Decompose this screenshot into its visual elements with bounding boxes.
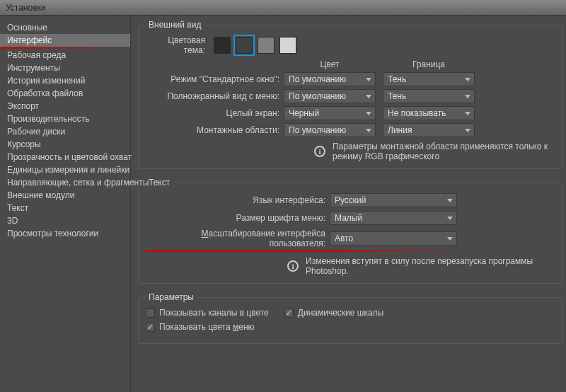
sidebar: Основные Интерфейс Рабочая среда Инструм… [0,16,131,392]
checkbox-label: Показывать каналы в цвете [159,308,269,318]
sidebar-item-export[interactable]: Экспорт [0,100,130,113]
checkbox-label: Динамические шкалы [298,308,383,318]
appearance-info-row: i Параметры монтажной области применяютс… [146,142,555,161]
ui-language-row: Язык интерфейса: Русский [146,193,555,207]
ui-scaling-label: Масштабирование интерфейса пользователя: [146,229,330,248]
appearance-info-text: Параметры монтажной области применяются … [333,142,555,161]
artboards-row: Монтажные области: По умолчанию Линия [146,123,555,137]
menu-font-size-select[interactable]: Малый [330,211,457,225]
params-row-1: Показывать каналы в цвете Динамические ш… [146,308,555,318]
ui-language-label: Язык интерфейса: [146,195,330,205]
color-column-header: Цвет [284,59,376,69]
sidebar-item-interface[interactable]: Интерфейс [0,34,130,47]
fullscreen-menubar-border-select[interactable]: Тень [383,89,475,103]
checkbox-box [146,323,155,332]
ui-scaling-select[interactable]: Авто [330,231,457,246]
sidebar-item-scratch-disks[interactable]: Рабочие диски [0,125,130,138]
text-legend: Текст [146,178,173,188]
color-theme-swatches [214,37,296,54]
standard-screen-color-select[interactable]: По умолчанию [284,72,376,86]
info-icon: i [314,146,325,157]
fullscreen-label: Целый экран: [146,108,284,118]
artboards-border-select[interactable]: Линия [383,123,475,137]
text-group: Текст Язык интерфейса: Русский Размер шр… [138,178,563,284]
fullscreen-row: Целый экран: Черный Не показывать [146,106,555,120]
menu-font-size-row: Размер шрифта меню: Малый [146,211,555,225]
sidebar-item-performance[interactable]: Производительность [0,113,130,125]
standard-screen-label: Режим "Стандартное окно": [146,74,284,84]
params-row-2: Показывать цвета меню [146,322,555,332]
swatch-dark[interactable] [236,37,253,54]
text-info-row: i Изменения вступят в силу после перезап… [146,256,555,276]
sidebar-item-text[interactable]: Текст [0,202,130,214]
sidebar-item-history[interactable]: История изменений [0,74,130,87]
dynamic-sliders-checkbox[interactable]: Динамические шкалы [284,308,383,318]
sidebar-item-cursors[interactable]: Курсоры [0,138,130,151]
sidebar-item-tech-preview[interactable]: Просмотры технологии [0,227,130,240]
standard-screen-row: Режим "Стандартное окно": По умолчанию Т… [146,72,555,86]
main-panel: Внешний вид Цветовая тема: Цвет Граница … [131,16,566,392]
ui-language-select[interactable]: Русский [330,193,457,207]
sidebar-item-file-handling[interactable]: Обработка файлов [0,87,130,100]
checkbox-label: Показывать цвета меню [159,322,255,332]
text-info-text: Изменения вступят в силу после перезапус… [306,256,555,276]
fullscreen-menubar-row: Полноэкранный вид с меню: По умолчанию Т… [146,89,555,103]
border-column-header: Граница [383,59,475,69]
swatch-darkest[interactable] [214,37,231,54]
sidebar-item-workspace[interactable]: Рабочая среда [0,49,130,62]
fullscreen-color-select[interactable]: Черный [284,106,376,120]
sidebar-item-guides[interactable]: Направляющие, сетка и фрагменты [0,176,130,189]
fullscreen-menubar-label: Полноэкранный вид с меню: [146,91,284,101]
color-theme-row: Цветовая тема: [146,35,555,55]
params-group: Параметры Показывать каналы в цвете Дина… [138,292,563,344]
sidebar-item-general[interactable]: Основные [0,21,130,34]
menu-font-size-label: Размер шрифта меню: [146,213,330,223]
sidebar-item-tools[interactable]: Инструменты [0,62,130,74]
ui-scaling-row: Масштабирование интерфейса пользователя:… [146,229,555,248]
window-titlebar: Установки [0,0,566,16]
highlight-underline-scaling [146,250,471,252]
appearance-legend: Внешний вид [146,20,204,30]
appearance-group: Внешний вид Цветовая тема: Цвет Граница … [138,20,563,169]
artboards-color-select[interactable]: По умолчанию [284,123,376,137]
params-legend: Параметры [146,292,197,302]
info-icon: i [287,260,299,272]
window-title: Установки [6,3,45,13]
standard-screen-border-select[interactable]: Тень [383,72,475,86]
fullscreen-menubar-color-select[interactable]: По умолчанию [284,89,376,103]
dialog-body: Основные Интерфейс Рабочая среда Инструм… [0,16,566,392]
checkbox-box [146,309,155,318]
artboards-label: Монтажные области: [146,125,284,135]
column-headers: Цвет Граница [146,59,555,69]
swatch-medium[interactable] [258,37,275,54]
color-theme-label: Цветовая тема: [146,35,209,55]
show-menu-colors-checkbox[interactable]: Показывать цвета меню [146,322,255,332]
sidebar-item-units[interactable]: Единицы измерения и линейки [0,163,130,176]
fullscreen-border-select[interactable]: Не показывать [383,106,475,120]
show-channels-color-checkbox[interactable]: Показывать каналы в цвете [146,308,269,318]
checkbox-box [284,309,294,318]
swatch-light[interactable] [279,37,296,54]
sidebar-item-3d[interactable]: 3D [0,214,130,227]
sidebar-item-transparency[interactable]: Прозрачность и цветовой охват [0,151,130,163]
sidebar-item-plugins[interactable]: Внешние модули [0,189,130,202]
